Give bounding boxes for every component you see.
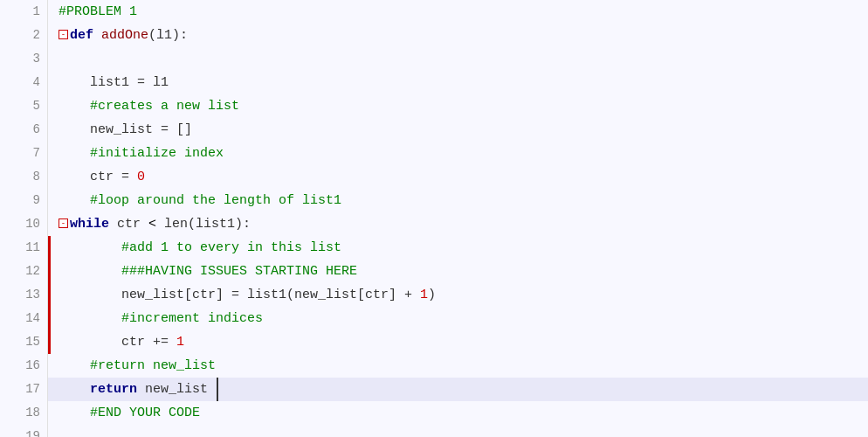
code-line-12[interactable]: ###HAVING ISSUES STARTING HERE <box>48 260 868 283</box>
text-cursor <box>209 378 218 401</box>
left-bar <box>48 330 51 354</box>
line-number-12: 12 <box>0 260 47 283</box>
code-line-11[interactable]: #add 1 to every in this list <box>48 236 868 260</box>
line-number-6: 6 <box>0 118 47 142</box>
line-number-9: 9 <box>0 189 47 212</box>
code-line-14[interactable]: #increment indices <box>48 307 868 330</box>
code-line-8[interactable]: ctr = 0 <box>48 165 868 189</box>
editor: 12345678910111213141516171819 #PROBLEM 1… <box>0 0 868 437</box>
line-number-8: 8 <box>0 165 47 189</box>
line-number-14: 14 <box>0 307 47 330</box>
collapse-icon-10[interactable]: - <box>59 218 68 228</box>
code-line-7[interactable]: #initialize index <box>48 142 868 165</box>
code-line-9[interactable]: #loop around the length of list1 <box>48 189 868 212</box>
code-line-16[interactable]: #return new_list <box>48 354 868 378</box>
left-bar <box>48 307 51 330</box>
line-number-11: 11 <box>0 236 47 260</box>
code-line-15[interactable]: ctr += 1 <box>48 330 868 354</box>
line-number-16: 16 <box>0 354 47 378</box>
line-number-3: 3 <box>0 47 47 71</box>
code-area[interactable]: 12345678910111213141516171819 #PROBLEM 1… <box>0 0 868 437</box>
line-number-2: 2 <box>0 24 47 47</box>
line-number-15: 15 <box>0 330 47 354</box>
code-line-19[interactable] <box>48 425 868 437</box>
code-line-3[interactable] <box>48 47 868 71</box>
code-content[interactable]: #PROBLEM 1-def addOne(l1): list1 = l1 #c… <box>48 0 868 437</box>
code-line-2[interactable]: -def addOne(l1): <box>48 24 868 47</box>
code-line-4[interactable]: list1 = l1 <box>48 71 868 94</box>
code-line-1[interactable]: #PROBLEM 1 <box>48 0 868 24</box>
line-number-5: 5 <box>0 94 47 118</box>
left-bar <box>48 236 51 260</box>
code-line-13[interactable]: new_list[ctr] = list1(new_list[ctr] + 1) <box>48 283 868 307</box>
collapse-icon-2[interactable]: - <box>59 30 68 39</box>
line-number-4: 4 <box>0 71 47 94</box>
left-bar <box>48 260 51 283</box>
line-number-17: 17 <box>0 378 47 401</box>
code-line-18[interactable]: #END YOUR CODE <box>48 401 868 425</box>
line-number-1: 1 <box>0 0 47 24</box>
code-line-10[interactable]: -while ctr < len(list1): <box>48 212 868 236</box>
line-number-13: 13 <box>0 283 47 307</box>
code-line-6[interactable]: new_list = [] <box>48 118 868 142</box>
left-bar <box>48 283 51 307</box>
line-number-19: 19 <box>0 425 47 437</box>
line-numbers: 12345678910111213141516171819 <box>0 0 48 437</box>
line-number-10: 10 <box>0 212 47 236</box>
line-number-18: 18 <box>0 401 47 425</box>
code-line-17[interactable]: return new_list <box>48 378 868 401</box>
code-line-5[interactable]: #creates a new list <box>48 94 868 118</box>
line-number-7: 7 <box>0 142 47 165</box>
